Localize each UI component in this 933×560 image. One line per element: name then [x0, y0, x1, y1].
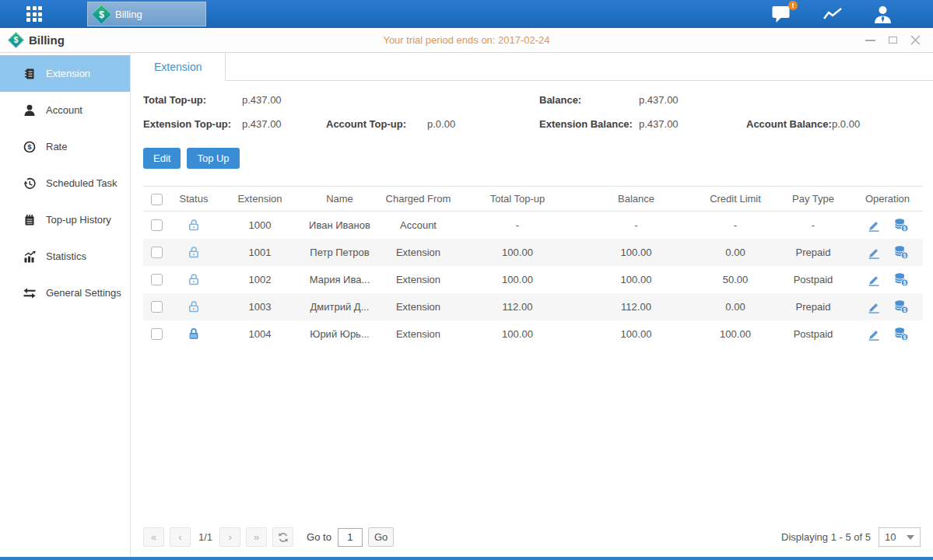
row-topup-button[interactable]: $ — [893, 218, 909, 233]
row-checkbox[interactable] — [151, 301, 163, 313]
cell-balance: 112.00 — [576, 293, 696, 320]
user-account-icon[interactable] — [873, 5, 893, 23]
sidebar-item-scheduled-task[interactable]: Scheduled Task — [0, 165, 130, 201]
sidebar-label: Extension — [46, 68, 90, 79]
taskbar-tab-billing[interactable]: $ Billing — [87, 2, 206, 26]
billing-diamond-icon: $ — [91, 4, 112, 25]
displaying-text: Displaying 1 - 5 of 5 — [781, 531, 871, 543]
extension-balance-value: p.437.00 — [639, 118, 746, 130]
prev-page-button[interactable]: ‹ — [170, 527, 191, 547]
row-edit-button[interactable] — [867, 272, 881, 286]
trial-notice: Your trial period ends on: 2017-02-24 — [0, 34, 933, 46]
page-size-value: 10 — [885, 531, 896, 543]
edit-pencil-icon — [867, 272, 881, 286]
edit-button[interactable]: Edit — [143, 148, 181, 169]
account-topup-label: Account Top-up: — [326, 118, 427, 130]
cell-charged-from: Account — [377, 212, 459, 239]
balance-summary: Total Top-up: p.437.00 Balance: p.437.00… — [143, 94, 921, 130]
cell-credit-limit: 100.00 — [696, 320, 774, 348]
row-checkbox[interactable] — [151, 274, 163, 285]
table-row: 1003Дмитрий Д...Extension112.00112.000.0… — [143, 293, 923, 320]
unlocked-icon — [187, 272, 201, 286]
col-total-topup: Total Top-up — [459, 187, 576, 212]
sidebar-item-topup-history[interactable]: Top-up History — [0, 201, 130, 238]
messages-icon[interactable]: ! — [771, 5, 792, 23]
refresh-icon — [278, 532, 289, 543]
cell-name: Иван Иванов — [302, 212, 377, 239]
page-size-select[interactable]: 10 — [879, 527, 921, 547]
row-edit-button[interactable] — [867, 327, 881, 341]
go-button[interactable]: Go — [368, 527, 394, 547]
close-button[interactable] — [910, 35, 921, 45]
row-checkbox[interactable] — [151, 219, 163, 231]
sidebar-label: Statistics — [46, 250, 86, 262]
unlocked-icon — [187, 299, 201, 313]
account-balance-label: Account Balance: — [746, 118, 832, 130]
row-checkbox[interactable] — [151, 247, 163, 258]
balance-value: p.437.00 — [639, 94, 746, 106]
maximize-button[interactable] — [889, 37, 897, 44]
top-up-coins-icon: $ — [893, 218, 909, 233]
notepad-icon — [23, 214, 36, 226]
svg-text:$: $ — [903, 252, 906, 258]
sidebar-item-rate[interactable]: $ Rate — [0, 128, 130, 165]
col-extension: Extension — [218, 187, 302, 212]
tab-extension[interactable]: Extension — [131, 53, 226, 81]
page-indicator: 1/1 — [198, 531, 212, 543]
row-topup-button[interactable]: $ — [893, 272, 909, 287]
first-page-button[interactable]: « — [143, 527, 164, 547]
row-topup-button[interactable]: $ — [893, 327, 909, 341]
next-page-button[interactable]: › — [219, 527, 240, 547]
sidebar-label: Scheduled Task — [46, 177, 118, 189]
status-lock-icon[interactable] — [187, 327, 201, 341]
col-pay-type: Pay Type — [774, 187, 852, 212]
svg-text:$: $ — [903, 334, 906, 340]
goto-page-input[interactable] — [338, 528, 363, 547]
table-row: 1004Юрий Юрь...Extension100.00100.00100.… — [143, 320, 923, 348]
minimize-button[interactable] — [865, 40, 875, 41]
cell-pay-type: Prepaid — [774, 293, 852, 320]
svg-text:$: $ — [27, 143, 31, 151]
swap-arrows-icon — [23, 287, 36, 299]
notification-badge: ! — [788, 1, 798, 10]
status-lock-icon[interactable] — [187, 299, 201, 313]
row-edit-button[interactable] — [867, 218, 881, 232]
status-lock-icon[interactable] — [187, 245, 201, 259]
balance-label: Balance: — [539, 94, 639, 106]
sidebar-label: Account — [46, 104, 82, 116]
app-grid-icon[interactable] — [26, 6, 42, 22]
sidebar-item-account[interactable]: Account — [0, 92, 130, 128]
pagination-bar: « ‹ 1/1 › » Go to Go Displaying 1 - 5 of… — [131, 527, 933, 557]
reports-icon[interactable] — [822, 5, 844, 23]
status-lock-icon[interactable] — [187, 218, 201, 232]
line-chart-icon — [822, 5, 844, 23]
sidebar-item-statistics[interactable]: Statistics — [0, 238, 130, 275]
cell-total-topup: 112.00 — [459, 293, 576, 320]
sidebar-item-general-settings[interactable]: General Settings — [0, 275, 130, 311]
row-checkbox[interactable] — [151, 328, 163, 340]
person-icon — [873, 5, 893, 23]
row-topup-button[interactable]: $ — [893, 299, 909, 314]
row-topup-button[interactable]: $ — [893, 245, 909, 260]
select-all-checkbox[interactable] — [151, 194, 163, 205]
ledger-icon — [23, 68, 36, 80]
cell-credit-limit: - — [696, 212, 774, 239]
table-header-row: Status Extension Name Charged From Total… — [143, 187, 923, 212]
last-page-button[interactable]: » — [246, 527, 267, 547]
cell-credit-limit: 0.00 — [696, 239, 774, 266]
status-lock-icon[interactable] — [187, 272, 201, 286]
cell-extension: 1000 — [218, 212, 302, 239]
locked-icon — [187, 327, 201, 341]
refresh-button[interactable] — [272, 527, 293, 547]
sidebar-item-extension[interactable]: Extension — [0, 55, 130, 92]
unlocked-icon — [187, 218, 201, 232]
cell-charged-from: Extension — [377, 239, 459, 266]
svg-text:$: $ — [903, 226, 906, 232]
svg-text:$: $ — [903, 306, 906, 313]
col-name: Name — [302, 187, 377, 212]
svg-text:$: $ — [903, 279, 906, 285]
top-up-button[interactable]: Top Up — [187, 148, 239, 169]
row-edit-button[interactable] — [867, 299, 881, 313]
row-edit-button[interactable] — [867, 245, 881, 259]
extensions-table: Status Extension Name Charged From Total… — [143, 186, 923, 348]
